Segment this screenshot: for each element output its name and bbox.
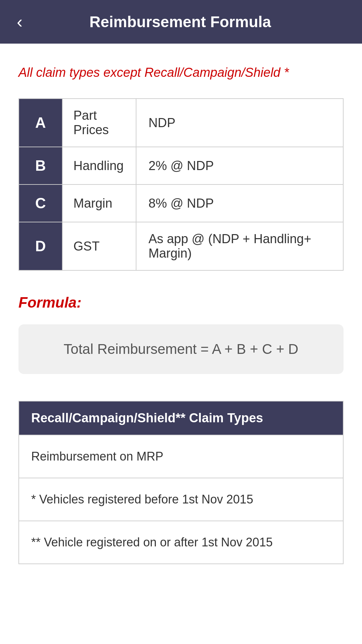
table-cell-value: As app @ (NDP + Handling+ Margin)	[136, 222, 343, 270]
table-row: DGSTAs app @ (NDP + Handling+ Margin)	[19, 222, 343, 270]
formula-text: Total Reimbursement = A + B + C + D	[64, 341, 298, 357]
list-item: Reimbursement on MRP	[19, 435, 343, 478]
table-cell-label: GST	[62, 222, 136, 270]
table-cell-letter: B	[19, 147, 62, 184]
table-row: CMargin8% @ NDP	[19, 184, 343, 222]
formula-label: Formula:	[18, 294, 344, 311]
bottom-table: Recall/Campaign/Shield** Claim TypesReim…	[18, 401, 344, 564]
table-row: APart PricesNDP	[19, 99, 343, 147]
table-cell-letter: C	[19, 184, 62, 222]
page-title: Reimbursement Formula	[33, 13, 328, 31]
table-cell-label: Part Prices	[62, 99, 136, 147]
table-cell-value: NDP	[136, 99, 343, 147]
bottom-row-text: Reimbursement on MRP	[19, 435, 343, 478]
app-header: ‹ Reimbursement Formula	[0, 0, 362, 44]
table-cell-letter: A	[19, 99, 62, 147]
table-row: BHandling2% @ NDP	[19, 147, 343, 184]
subtitle-text: All claim types except Recall/Campaign/S…	[18, 64, 344, 82]
back-button[interactable]: ‹	[17, 13, 22, 31]
table-cell-letter: D	[19, 222, 62, 270]
list-item: ** Vehicle registered on or after 1st No…	[19, 521, 343, 564]
formula-table: APart PricesNDPBHandling2% @ NDPCMargin8…	[18, 98, 344, 271]
bottom-table-header: Recall/Campaign/Shield** Claim Types	[19, 401, 343, 435]
table-cell-label: Margin	[62, 184, 136, 222]
bottom-row-text: ** Vehicle registered on or after 1st No…	[19, 521, 343, 564]
bottom-row-text: * Vehicles registered before 1st Nov 201…	[19, 478, 343, 521]
table-cell-label: Handling	[62, 147, 136, 184]
table-cell-value: 2% @ NDP	[136, 147, 343, 184]
table-cell-value: 8% @ NDP	[136, 184, 343, 222]
list-item: * Vehicles registered before 1st Nov 201…	[19, 478, 343, 521]
main-content: All claim types except Recall/Campaign/S…	[0, 44, 362, 584]
formula-box: Total Reimbursement = A + B + C + D	[18, 324, 344, 374]
